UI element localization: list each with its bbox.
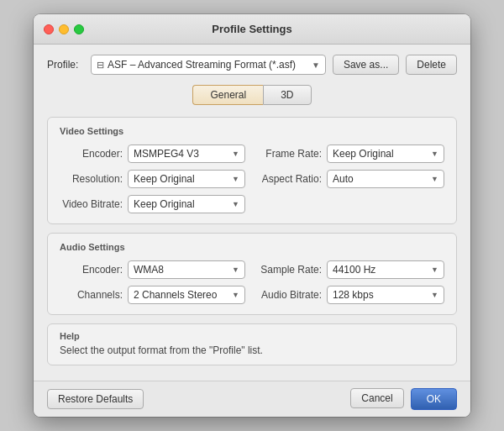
video-bitrate-row: Video Bitrate: Keep Original ▼	[60, 195, 245, 213]
audio-settings-grid: Encoder: WMA8 ▼ Sample Rate: 44100 Hz ▼	[60, 260, 444, 304]
video-settings-section: Video Settings Encoder: MSMPEG4 V3 ▼ Fra…	[47, 117, 457, 224]
aspect-ratio-arrow-icon: ▼	[431, 175, 438, 183]
resolution-label: Resolution:	[60, 173, 123, 185]
aspect-ratio-value: Auto	[333, 173, 428, 185]
dialog-window: Profile Settings Profile: ⊟ ASF – Advanc…	[34, 14, 470, 417]
video-settings-grid: Encoder: MSMPEG4 V3 ▼ Frame Rate: Keep O…	[60, 145, 444, 213]
resolution-arrow-icon: ▼	[232, 175, 239, 183]
footer: Restore Defaults Cancel OK	[34, 381, 470, 417]
audio-encoder-row: Encoder: WMA8 ▼	[60, 260, 245, 279]
footer-right-buttons: Cancel OK	[350, 388, 457, 410]
frame-rate-arrow-icon: ▼	[431, 150, 438, 158]
help-title: Help	[60, 331, 444, 341]
frame-rate-label: Frame Rate:	[259, 148, 322, 160]
audio-encoder-value: WMA8	[134, 264, 228, 276]
delete-button[interactable]: Delete	[406, 55, 457, 75]
video-bitrate-value: Keep Original	[134, 198, 228, 210]
title-bar: Profile Settings	[34, 14, 470, 45]
audio-bitrate-arrow-icon: ▼	[431, 291, 438, 299]
profile-label: Profile:	[47, 59, 84, 71]
audio-settings-section: Audio Settings Encoder: WMA8 ▼ Sample Ra…	[47, 233, 457, 315]
audio-settings-title: Audio Settings	[60, 242, 444, 252]
tabs-row: General 3D	[47, 85, 457, 105]
sample-rate-label: Sample Rate:	[259, 264, 322, 276]
tab-general[interactable]: General	[192, 85, 263, 105]
close-button[interactable]	[44, 24, 54, 34]
audio-bitrate-row: Audio Bitrate: 128 kbps ▼	[259, 286, 444, 304]
maximize-button[interactable]	[74, 24, 84, 34]
encoder-dropdown[interactable]: MSMPEG4 V3 ▼	[128, 145, 245, 163]
channels-arrow-icon: ▼	[232, 291, 239, 299]
sample-rate-arrow-icon: ▼	[431, 265, 438, 274]
audio-bitrate-value: 128 kbps	[333, 289, 428, 301]
sample-rate-value: 44100 Hz	[333, 264, 428, 276]
cancel-button[interactable]: Cancel	[350, 388, 403, 408]
restore-defaults-button[interactable]: Restore Defaults	[47, 389, 144, 409]
resolution-value: Keep Original	[134, 173, 228, 185]
audio-bitrate-label: Audio Bitrate:	[259, 289, 322, 301]
profile-arrow-icon: ▼	[312, 60, 320, 70]
sample-rate-dropdown[interactable]: 44100 Hz ▼	[327, 260, 444, 279]
aspect-ratio-label: Aspect Ratio:	[259, 173, 322, 185]
audio-encoder-label: Encoder:	[60, 264, 123, 276]
video-settings-title: Video Settings	[60, 126, 444, 136]
video-bitrate-arrow-icon: ▼	[232, 200, 239, 208]
profile-row: Profile: ⊟ ASF – Advanced Streaming Form…	[47, 55, 457, 75]
audio-encoder-dropdown[interactable]: WMA8 ▼	[128, 260, 245, 279]
profile-dropdown[interactable]: ⊟ ASF – Advanced Streaming Format (*.asf…	[91, 55, 326, 75]
frame-rate-row: Frame Rate: Keep Original ▼	[259, 145, 444, 163]
channels-value: 2 Channels Stereo	[134, 289, 228, 301]
aspect-ratio-row: Aspect Ratio: Auto ▼	[259, 170, 444, 188]
encoder-label: Encoder:	[60, 148, 123, 160]
frame-rate-value: Keep Original	[333, 148, 428, 160]
window-title: Profile Settings	[212, 23, 291, 35]
resolution-row: Resolution: Keep Original ▼	[60, 170, 245, 188]
encoder-arrow-icon: ▼	[232, 150, 239, 158]
video-bitrate-label: Video Bitrate:	[60, 198, 123, 210]
audio-encoder-arrow-icon: ▼	[232, 265, 239, 274]
sample-rate-row: Sample Rate: 44100 Hz ▼	[259, 260, 444, 279]
channels-row: Channels: 2 Channels Stereo ▼	[60, 286, 245, 304]
minimize-button[interactable]	[59, 24, 69, 34]
resolution-dropdown[interactable]: Keep Original ▼	[128, 170, 245, 188]
ok-button[interactable]: OK	[411, 388, 457, 410]
audio-bitrate-dropdown[interactable]: 128 kbps ▼	[327, 286, 444, 304]
save-as-button[interactable]: Save as...	[333, 55, 399, 75]
dialog-content: Profile: ⊟ ASF – Advanced Streaming Form…	[34, 45, 470, 381]
encoder-row: Encoder: MSMPEG4 V3 ▼	[60, 145, 245, 163]
traffic-lights	[44, 24, 84, 34]
profile-icon: ⊟	[97, 60, 104, 71]
aspect-ratio-dropdown[interactable]: Auto ▼	[327, 170, 444, 188]
tab-3d[interactable]: 3D	[263, 85, 311, 105]
profile-value: ASF – Advanced Streaming Format (*.asf)	[108, 59, 308, 71]
help-text: Select the output format from the "Profi…	[60, 344, 444, 356]
channels-label: Channels:	[60, 289, 123, 301]
frame-rate-dropdown[interactable]: Keep Original ▼	[327, 145, 444, 163]
channels-dropdown[interactable]: 2 Channels Stereo ▼	[128, 286, 245, 304]
help-section: Help Select the output format from the "…	[47, 323, 457, 365]
encoder-value: MSMPEG4 V3	[134, 148, 228, 160]
video-bitrate-dropdown[interactable]: Keep Original ▼	[128, 195, 245, 213]
